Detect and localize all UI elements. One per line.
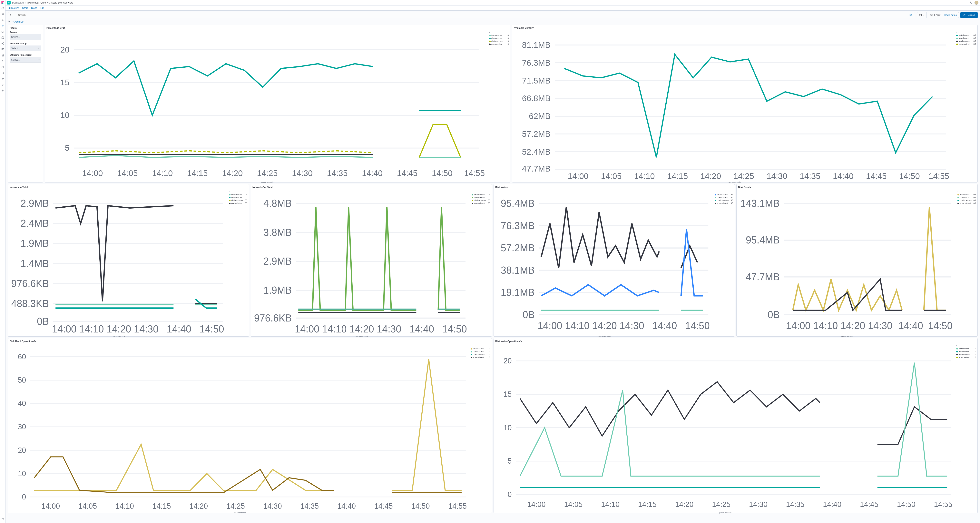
legend-item[interactable]: obslinuxvmss0B (472, 199, 490, 202)
nav-collapse-icon[interactable] (0, 517, 5, 521)
legend-item[interactable]: obswinvmss0B (714, 196, 733, 199)
nav-canvas-icon[interactable] (0, 29, 5, 34)
legend-item[interactable]: testwinvmss0B (956, 34, 976, 37)
legend-item[interactable]: obslinuxvmss0 (471, 353, 490, 356)
legend-collapse-icon[interactable]: › (489, 31, 490, 33)
netout-chart[interactable]: 4.8MB3.8MB2.9MB1.9MB976.6KB 14:0014:1014… (253, 190, 471, 335)
network-in-panel: Network In Total 2.9MB2.4MB1.9MB1.4MB976… (8, 184, 249, 337)
svg-text:14:20: 14:20 (675, 500, 694, 509)
refresh-button[interactable]: Refresh (960, 12, 978, 18)
legend-collapse-icon[interactable]: › (956, 345, 957, 347)
filters-panel: Filters Region Select... Resource Group … (8, 25, 43, 183)
cpu-chart[interactable]: 20 15 10 5 14:0014:051 (46, 31, 488, 181)
legend-item[interactable]: ecescaletest0B (472, 202, 490, 205)
nav-apm-icon[interactable] (0, 59, 5, 64)
dwrites-chart[interactable]: 95.4MB76.3MB57.2MB38.1MB19.1MB0B 14:0014… (495, 190, 714, 335)
legend-item[interactable]: obswinvmss0B (956, 37, 976, 40)
svg-rect-15 (920, 14, 921, 16)
legend-item[interactable]: testwinvmss0 (471, 347, 490, 350)
nav-metrics-icon[interactable] (0, 47, 5, 52)
fullscreen-link[interactable]: Full screen (8, 7, 19, 10)
legend-item[interactable]: obswinvmss0 (489, 37, 509, 40)
legend-item[interactable]: ecescaletest0 (471, 356, 490, 359)
clone-link[interactable]: Clone (31, 7, 37, 10)
legend-collapse-icon[interactable]: › (956, 31, 957, 33)
region-select[interactable]: Select... (10, 34, 41, 40)
legend-item[interactable]: ecescaletest0B (714, 202, 733, 205)
legend-collapse-icon[interactable]: › (472, 191, 473, 193)
nav-ml-icon[interactable] (0, 41, 5, 46)
svg-rect-5 (3, 26, 4, 27)
legend-item[interactable]: obslinuxvmss0B (229, 199, 247, 202)
nav-recently-viewed-icon[interactable] (0, 6, 5, 11)
legend-item[interactable]: ecescaletest0B (958, 202, 976, 205)
newsfeed-icon[interactable] (969, 1, 972, 5)
legend-collapse-icon[interactable]: › (471, 345, 471, 347)
filter-settings-icon[interactable] (8, 20, 11, 23)
nav-uptime-icon[interactable] (0, 65, 5, 69)
legend-item[interactable]: testwinvmss0B (229, 193, 247, 196)
nav-logs-icon[interactable] (0, 53, 5, 58)
nav-stack-monitoring-icon[interactable] (0, 82, 5, 87)
svg-text:47.7MB: 47.7MB (746, 271, 780, 283)
add-filter-button[interactable]: + Add filter (13, 21, 24, 23)
mem-chart[interactable]: 81.1MB 76.3MB 71.5MB 66.8MB 62MB 57.2MB … (514, 31, 956, 181)
nav-visualize-icon[interactable] (0, 17, 5, 22)
legend-item[interactable]: ecescaletest0B (229, 202, 247, 205)
rg-select[interactable]: Select... (10, 46, 41, 51)
legend-item[interactable]: obslinuxvmss0 (489, 40, 509, 43)
calendar-icon[interactable] (917, 12, 927, 18)
search-input[interactable] (16, 14, 907, 16)
main-area: D Dashboard / [Metricbeat Azure] VM Scal… (5, 0, 980, 523)
legend-item[interactable]: obswinvmss0 (471, 350, 490, 353)
nav-maps-icon[interactable] (0, 35, 5, 40)
legend-item[interactable]: obswinvmss0 (956, 350, 976, 353)
svg-text:0B: 0B (768, 309, 780, 321)
user-avatar[interactable] (975, 1, 978, 5)
dwriteops-chart[interactable]: 20151050 14:0014:0514:1014:1514:2014:251… (495, 344, 956, 511)
legend-item[interactable]: testwinvmss0B (472, 193, 490, 196)
legend-item[interactable]: ecescaletest0 (956, 356, 976, 359)
legend-collapse-icon[interactable]: › (229, 191, 229, 193)
legend-collapse-icon[interactable]: › (958, 191, 958, 193)
legend-item[interactable]: testwinvmss0 (489, 34, 509, 37)
breadcrumb-app[interactable]: Dashboard (12, 2, 24, 4)
vm-select[interactable]: Select... (10, 57, 41, 63)
netin-chart[interactable]: 2.9MB2.4MB1.9MB1.4MB976.6KB488.3KB0B 14:… (10, 190, 228, 335)
x-caption: per 60 seconds (495, 335, 714, 337)
nav-discover-icon[interactable] (0, 12, 5, 16)
nav-dashboard-icon[interactable] (0, 24, 5, 28)
share-link[interactable]: Share (22, 7, 29, 10)
nav-siem-icon[interactable] (0, 71, 5, 75)
legend-item[interactable]: obslinuxvmss0B (956, 40, 976, 43)
legend-item[interactable]: obslinuxvmss0B (714, 199, 733, 202)
nav-management-icon[interactable] (0, 88, 5, 93)
filter-language-toggle[interactable]: # (8, 12, 16, 18)
legend-item[interactable]: ecescaletest0B (956, 43, 976, 46)
legend-item[interactable]: obslinuxvmss0 (956, 353, 976, 356)
svg-text:14:45: 14:45 (374, 502, 393, 510)
legend-item[interactable]: obslinuxvmss0B (958, 199, 976, 202)
legend-item[interactable]: testwinvmss0B (958, 193, 976, 196)
legend-item[interactable]: obswinvmss0B (229, 196, 247, 199)
svg-text:14:05: 14:05 (117, 169, 138, 178)
legend-item[interactable]: obswinvmss0B (472, 196, 490, 199)
svg-text:14:35: 14:35 (300, 502, 319, 510)
legend-item[interactable]: testwinvmss0 (956, 347, 976, 350)
date-picker[interactable]: Last 1 hour Show dates (917, 12, 959, 18)
panel-title: Filters (10, 27, 41, 29)
dreads-legend: › testwinvmss0B obswinvmss0B obslinuxvms… (958, 190, 976, 335)
nav-dev-tools-icon[interactable] (0, 76, 5, 81)
app-badge: D (7, 1, 11, 5)
legend-item[interactable]: testwinvmss0B (714, 193, 733, 196)
svg-text:40: 40 (18, 399, 26, 407)
legend-item[interactable]: obswinvmss0B (958, 196, 976, 199)
edit-link[interactable]: Edit (40, 7, 44, 10)
kql-toggle[interactable]: KQL (907, 14, 915, 16)
show-dates-link[interactable]: Show dates (942, 14, 959, 16)
dreadops-chart[interactable]: 6050403020100 14:0014:0514:1014:1514:201… (10, 344, 470, 511)
dreads-chart[interactable]: 143.1MB95.4MB47.7MB0B 14:0014:1014:2014:… (738, 190, 957, 335)
kibana-logo-icon[interactable] (1, 1, 5, 5)
legend-item[interactable]: ecescaletest0 (489, 43, 509, 46)
legend-collapse-icon[interactable]: › (714, 191, 715, 193)
